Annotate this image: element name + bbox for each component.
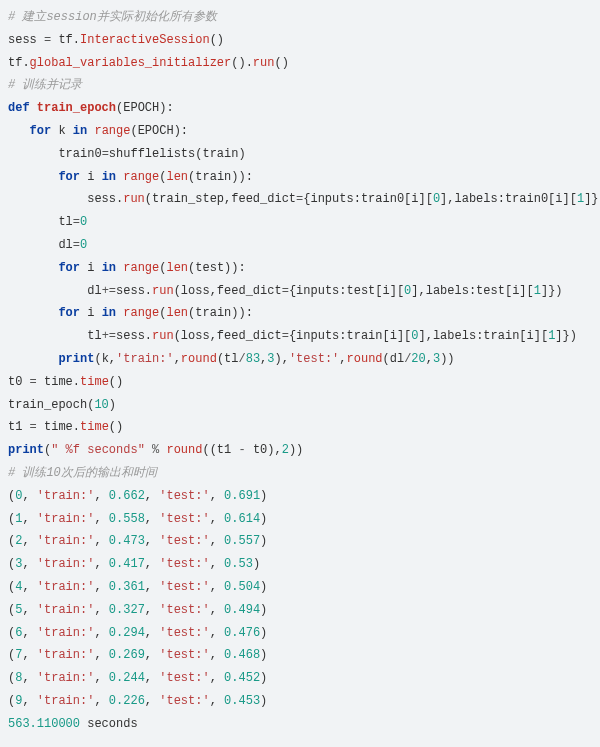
code-token: sess: [8, 33, 44, 47]
code-token: sess.: [116, 284, 152, 298]
code-token: (k,: [94, 352, 116, 366]
code-token: i: [80, 306, 102, 320]
code-token: in: [102, 306, 116, 320]
code-token: (tl: [217, 352, 239, 366]
code-token: )): [440, 352, 454, 366]
code-token: 3: [267, 352, 274, 366]
code-token: range: [94, 124, 130, 138]
code-token: in: [102, 261, 116, 275]
code-token: [8, 352, 58, 366]
code-token: " %f seconds": [51, 443, 145, 457]
code-token: =: [282, 329, 289, 343]
code-token: [8, 306, 58, 320]
output-line: (3, 'train:', 0.417, 'test:', 0.53): [8, 557, 260, 571]
code-token: sess.: [8, 192, 123, 206]
code-token: run: [152, 284, 174, 298]
code-token: round: [347, 352, 383, 366]
code-token: 0: [411, 329, 418, 343]
code-token: (loss,feed_dict: [174, 284, 282, 298]
code-token: (train)):: [188, 306, 253, 320]
code-token: ,: [339, 352, 346, 366]
code-token: range: [123, 261, 159, 275]
comment-line: # 训练10次后的输出和时间: [8, 466, 157, 480]
code-token: tl: [8, 329, 102, 343]
output-block: (0, 'train:', 0.662, 'test:', 0.691) (1,…: [8, 485, 592, 736]
code-token: train_epoch: [37, 101, 116, 115]
code-token: len: [166, 170, 188, 184]
code-token: 0: [433, 192, 440, 206]
code-token: range: [123, 306, 159, 320]
code-token: time.: [37, 420, 80, 434]
code-token: ),: [275, 352, 289, 366]
code-token: =: [73, 238, 80, 252]
code-token: ().: [231, 56, 253, 70]
code-token: =: [30, 420, 37, 434]
code-token: t0: [8, 375, 30, 389]
code-token: 2: [282, 443, 289, 457]
code-token: -: [238, 443, 245, 457]
output-line: (9, 'train:', 0.226, 'test:', 0.453): [8, 694, 267, 708]
code-token: (): [210, 33, 224, 47]
output-line: (2, 'train:', 0.473, 'test:', 0.557): [8, 534, 267, 548]
code-token: tf.: [8, 56, 30, 70]
code-token: /: [238, 352, 245, 366]
code-token: 'train:': [116, 352, 174, 366]
code-token: +=: [102, 329, 116, 343]
code-token: =: [73, 215, 80, 229]
code-token: =: [282, 284, 289, 298]
code-token: [145, 443, 152, 457]
code-token: t1: [8, 420, 30, 434]
code-token: =: [30, 375, 37, 389]
code-token: {inputs:test[i][: [289, 284, 404, 298]
code-token: round: [166, 443, 202, 457]
code-token: t0),: [246, 443, 282, 457]
code-token: 1: [534, 284, 541, 298]
code-token: time: [80, 375, 109, 389]
code-token: ]}): [584, 192, 600, 206]
code-token: [8, 170, 58, 184]
code-token: for: [58, 170, 80, 184]
code-token: ]}): [541, 284, 563, 298]
code-token: (dl: [383, 352, 405, 366]
code-token: [30, 101, 37, 115]
code-token: run: [253, 56, 275, 70]
code-token: 0: [80, 215, 87, 229]
code-token: (): [274, 56, 288, 70]
code-token: dl: [8, 284, 102, 298]
code-token: train_epoch(: [8, 398, 94, 412]
code-token: sess.: [116, 329, 152, 343]
code-token: tf.: [51, 33, 80, 47]
code-token: for: [58, 261, 80, 275]
code-token: run: [152, 329, 174, 343]
code-token: range: [123, 170, 159, 184]
code-token: print: [58, 352, 94, 366]
code-token: {inputs:train0[i][: [303, 192, 433, 206]
code-token: 83: [246, 352, 260, 366]
code-token: time: [80, 420, 109, 434]
code-token: 0: [80, 238, 87, 252]
code-token: ,: [426, 352, 433, 366]
code-token: +=: [102, 284, 116, 298]
code-token: def: [8, 101, 30, 115]
code-token: 'test:': [289, 352, 339, 366]
code-token: )): [289, 443, 303, 457]
code-token: len: [166, 306, 188, 320]
code-token: (loss,feed_dict: [174, 329, 282, 343]
code-token: ],labels:train[i][: [419, 329, 549, 343]
code-token: print: [8, 443, 44, 457]
output-line: (5, 'train:', 0.327, 'test:', 0.494): [8, 603, 267, 617]
code-token: ): [109, 398, 116, 412]
code-token: round: [181, 352, 217, 366]
code-token: train0: [8, 147, 102, 161]
output-line: (0, 'train:', 0.662, 'test:', 0.691): [8, 489, 267, 503]
code-token: ],labels:test[i][: [411, 284, 533, 298]
code-token: InteractiveSession: [80, 33, 210, 47]
code-token: (train_step,feed_dict: [145, 192, 296, 206]
code-token: for: [30, 124, 52, 138]
code-token: ,: [174, 352, 181, 366]
code-token: in: [102, 170, 116, 184]
code-token: dl: [8, 238, 73, 252]
code-token: (): [109, 375, 123, 389]
code-token: (train)):: [188, 170, 253, 184]
code-token: ]}): [555, 329, 577, 343]
